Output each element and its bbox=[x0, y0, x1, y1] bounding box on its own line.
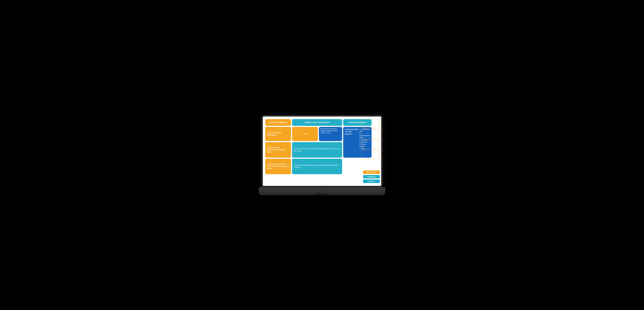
dashed-box-2 bbox=[362, 129, 380, 138]
dashed-box-1 bbox=[362, 119, 380, 128]
header-col2: middle & junior management bbox=[292, 119, 342, 126]
level1-hours: 5 hrs bbox=[292, 127, 318, 141]
level3-label: Level 3 Achieving Expert Level (COE) (Tr… bbox=[265, 159, 291, 174]
competency-grid: Level of competency middle & junior mana… bbox=[265, 119, 372, 174]
header-col1: Level of competency bbox=[265, 119, 291, 126]
level2-detail: Basic of Data Science and Data Engineeri… bbox=[292, 142, 342, 158]
laptop-base bbox=[259, 187, 385, 195]
laptop-screen-frame: Level of competency middle & junior mana… bbox=[261, 115, 383, 187]
level3-detail: Seeking biz requirement & Giving solutio… bbox=[292, 159, 342, 174]
level1-senior-detail: Biz overview by industry experts Busines… bbox=[319, 127, 342, 141]
legend-b2-below: B2 & Below bbox=[363, 171, 380, 174]
screen: Level of competency middle & junior mana… bbox=[263, 116, 381, 186]
screen-content: Level of competency middle & junior mana… bbox=[263, 116, 381, 186]
level1-label: Level 1 Awareness (Mandatory) bbox=[265, 127, 291, 141]
legend-dashed-area bbox=[362, 119, 380, 159]
legend-labels: B2 & Below Leadership Common bbox=[363, 171, 380, 183]
legend-leadership: Leadership bbox=[363, 175, 380, 179]
laptop-base-ridge bbox=[314, 193, 330, 195]
level2-label: Level 2 Creating Practitioners (Existing… bbox=[265, 142, 291, 158]
dashed-box-3 bbox=[362, 140, 380, 149]
dashed-box-4 bbox=[362, 150, 380, 159]
legend-common: Common bbox=[363, 180, 380, 183]
